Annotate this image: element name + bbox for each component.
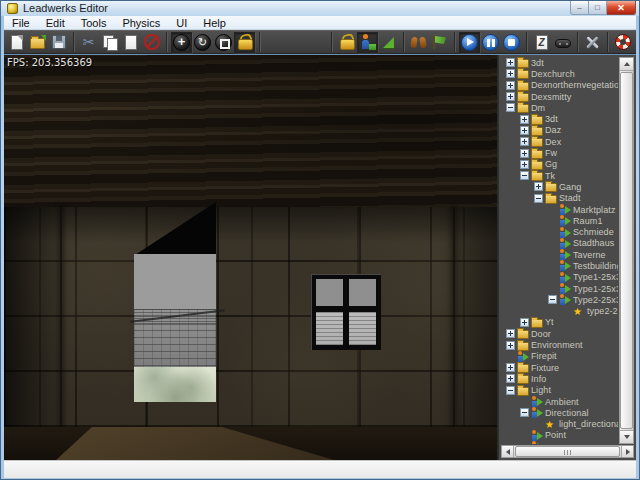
tree-item-info[interactable]: Info: [501, 373, 618, 384]
view-sphere-green-button[interactable]: [285, 32, 306, 53]
tree-item-directional[interactable]: Directional: [501, 407, 618, 418]
scroll-down-button[interactable]: [620, 430, 633, 443]
tree-item-tk[interactable]: Tk: [501, 170, 618, 181]
menu-file[interactable]: File: [4, 16, 38, 30]
menu-edit[interactable]: Edit: [38, 16, 73, 30]
tree-item-dm[interactable]: Dm: [501, 102, 618, 113]
rotate-mode-button[interactable]: [192, 32, 213, 53]
expand-box-icon[interactable]: [506, 341, 515, 350]
expand-box-icon[interactable]: [506, 363, 515, 372]
scroll-right-button[interactable]: [621, 446, 633, 457]
grid-lock-button[interactable]: [234, 32, 255, 53]
collapse-box-icon[interactable]: [506, 386, 515, 395]
tree-item-marktplatz[interactable]: Marktplatz: [501, 204, 618, 215]
collapse-box-icon[interactable]: [520, 408, 529, 417]
expand-box-icon[interactable]: [520, 318, 529, 327]
tree-item-light-directional-1[interactable]: ★light_directional_1: [501, 419, 618, 430]
tree-item-dex[interactable]: Dex: [501, 136, 618, 147]
tree-item-3dt[interactable]: 3dt: [501, 57, 618, 68]
options-button[interactable]: [582, 32, 603, 53]
tree-item-spot[interactable]: Spot: [501, 441, 618, 444]
tree-item-door[interactable]: Door: [501, 328, 618, 339]
expand-box-icon[interactable]: [506, 69, 515, 78]
save-file-button[interactable]: [48, 32, 69, 53]
open-file-button[interactable]: [27, 32, 48, 53]
tree-item-testbuilding[interactable]: Testbuilding: [501, 260, 618, 271]
tree-item-daz[interactable]: Daz: [501, 125, 618, 136]
expand-box-icon[interactable]: [520, 149, 529, 158]
expand-box-icon[interactable]: [520, 115, 529, 124]
play-button[interactable]: [459, 32, 480, 53]
translate-mode-button[interactable]: [171, 32, 192, 53]
tree-item-gang[interactable]: Gang: [501, 181, 618, 192]
maximize-button[interactable]: □: [589, 1, 607, 15]
menu-help[interactable]: Help: [195, 16, 234, 30]
close-button[interactable]: ✕: [607, 1, 636, 15]
tree-item-type2-25x35-2[interactable]: ★type2-25x35-2: [501, 306, 618, 317]
tree-item-type2-25x35-2st-f[interactable]: Type2-25x35-2st-f: [501, 294, 618, 305]
scroll-left-button[interactable]: [502, 446, 514, 457]
tree-item-light[interactable]: Light: [501, 385, 618, 396]
menu-tools[interactable]: Tools: [73, 16, 115, 30]
tree-item-taverne[interactable]: Taverne: [501, 249, 618, 260]
scroll-up-button[interactable]: [620, 58, 633, 71]
tree-item-dexchurch[interactable]: Dexchurch: [501, 68, 618, 79]
tree-item-fixture[interactable]: Fixture: [501, 362, 618, 373]
vertical-scrollbar[interactable]: [619, 57, 634, 444]
cut-button[interactable]: [78, 32, 99, 53]
tree-item-type1-25x35-2st-f[interactable]: Type1-25x35-2st-f: [501, 283, 618, 294]
tree-item-stadthaus[interactable]: Stadthaus: [501, 238, 618, 249]
horizontal-scroll-thumb[interactable]: [515, 446, 620, 457]
collapse-box-icon[interactable]: [506, 103, 515, 112]
view-sphere-red-button[interactable]: [264, 32, 285, 53]
tree-item-raum1[interactable]: Raum1: [501, 215, 618, 226]
delete-button[interactable]: [141, 32, 162, 53]
title-bar[interactable]: Leadwerks Editor – □ ✕: [1, 1, 640, 16]
menu-ui[interactable]: UI: [168, 16, 195, 30]
collapse-box-icon[interactable]: [520, 171, 529, 180]
go-arrow-button[interactable]: [378, 32, 399, 53]
expand-box-icon[interactable]: [520, 137, 529, 146]
expand-box-icon[interactable]: [520, 126, 529, 135]
controller-button[interactable]: [552, 32, 573, 53]
flag-button[interactable]: [429, 32, 450, 53]
expand-box-icon[interactable]: [506, 329, 515, 338]
3d-viewport[interactable]: FPS: 203.356369: [4, 55, 498, 460]
copy-button[interactable]: [99, 32, 120, 53]
view-sphere-blue-button[interactable]: [306, 32, 327, 53]
tree-item-environment[interactable]: Environment: [501, 339, 618, 350]
expand-box-icon[interactable]: [520, 160, 529, 169]
vertical-scroll-thumb[interactable]: [620, 72, 633, 429]
expand-box-icon[interactable]: [534, 182, 543, 191]
character-button[interactable]: [357, 32, 378, 53]
pause-button[interactable]: [480, 32, 501, 53]
lock-button[interactable]: [336, 32, 357, 53]
expand-box-icon[interactable]: [506, 92, 515, 101]
tree-item-schmiede[interactable]: Schmiede: [501, 226, 618, 237]
collapse-box-icon[interactable]: [534, 194, 543, 203]
scale-mode-button[interactable]: [213, 32, 234, 53]
tree-item-fw[interactable]: Fw: [501, 147, 618, 158]
tree-item-stadt[interactable]: Stadt: [501, 193, 618, 204]
expand-box-icon[interactable]: [506, 58, 515, 67]
collapse-box-icon[interactable]: [548, 295, 557, 304]
tree-item-ambient[interactable]: Ambient: [501, 396, 618, 407]
tree-item-yt[interactable]: Yt: [501, 317, 618, 328]
tree-item-type1-25x35-2st-f[interactable]: Type1-25x35-2st-f: [501, 272, 618, 283]
paste-button[interactable]: [120, 32, 141, 53]
tree-item-gg[interactable]: Gg: [501, 159, 618, 170]
expand-box-icon[interactable]: [506, 374, 515, 383]
new-file-button[interactable]: [6, 32, 27, 53]
tree-item-3dt[interactable]: 3dt: [501, 113, 618, 124]
expand-box-icon[interactable]: [506, 81, 515, 90]
tree-item-point[interactable]: Point: [501, 430, 618, 441]
help-button[interactable]: [612, 32, 633, 53]
tree-item-dexsmitty[interactable]: Dexsmitty: [501, 91, 618, 102]
horizontal-scrollbar[interactable]: [501, 445, 634, 458]
stop-button[interactable]: [501, 32, 522, 53]
tree-item-dexnorthernvegetation[interactable]: Dexnorthernvegetation: [501, 80, 618, 91]
script-button[interactable]: [531, 32, 552, 53]
find-button[interactable]: [408, 32, 429, 53]
minimize-button[interactable]: –: [570, 1, 589, 15]
menu-physics[interactable]: Physics: [114, 16, 168, 30]
